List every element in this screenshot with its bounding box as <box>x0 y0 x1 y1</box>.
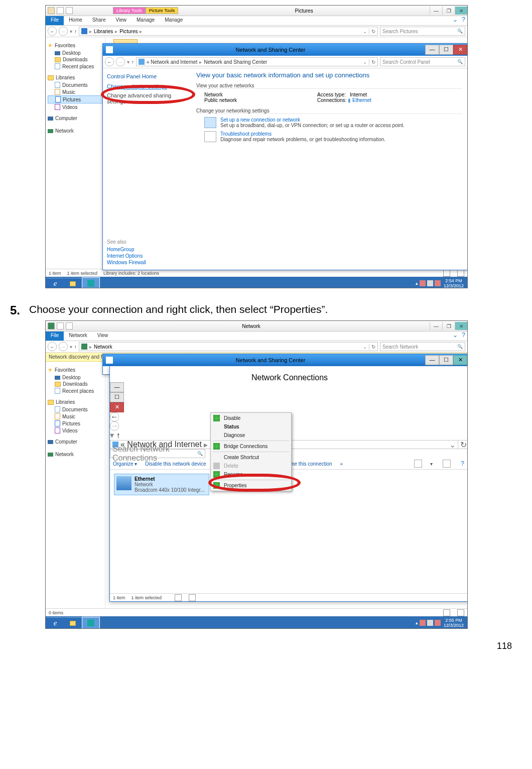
nav-item-documents[interactable]: Documents <box>48 406 103 413</box>
breadcrumb[interactable]: Libraries <box>94 29 113 34</box>
nav-group-libraries[interactable]: Libraries <box>48 75 103 80</box>
close-button[interactable]: ✕ <box>453 355 467 365</box>
close-button[interactable]: ✕ <box>455 322 467 330</box>
nav-item-pictures[interactable]: Pictures <box>48 95 103 103</box>
maximize-button[interactable]: ❐ <box>442 322 455 330</box>
nav-item-downloads[interactable]: Downloads <box>48 56 103 63</box>
ribbon-tab[interactable]: Home <box>64 16 87 25</box>
refresh-icon[interactable]: ↻ <box>369 344 375 350</box>
back-button[interactable]: ← <box>105 57 114 66</box>
close-button[interactable]: ✕ <box>453 45 467 55</box>
clock[interactable]: 2:55 PM 12/3/2012 <box>442 617 465 628</box>
network-tray-icon[interactable] <box>427 620 433 626</box>
dropdown-icon[interactable]: ▾ <box>430 461 433 467</box>
ribbon-tab[interactable]: Network <box>64 332 92 341</box>
ctx-bridge[interactable]: Bridge Connections <box>211 442 291 451</box>
close-button[interactable]: ✕ <box>455 7 467 15</box>
up-button[interactable]: ↑ <box>116 431 120 440</box>
history-dropdown-icon[interactable]: ▾ <box>70 344 72 350</box>
dropdown-icon[interactable]: ⌄ <box>449 440 456 450</box>
cp-home-link[interactable]: Control Panel Home <box>107 73 187 79</box>
ctx-rename[interactable]: Rename <box>211 470 291 479</box>
flag-icon[interactable] <box>420 620 426 626</box>
nav-group-network[interactable]: Network <box>48 452 103 457</box>
ctx-diagnose[interactable]: Diagnose <box>211 431 291 440</box>
ribbon-tab-file[interactable]: File <box>46 16 64 25</box>
taskbar-explorer-button[interactable] <box>64 617 81 629</box>
breadcrumb[interactable]: Network and Sharing Center <box>204 59 267 65</box>
thumbnails-view-icon[interactable] <box>457 270 464 277</box>
history-dropdown-icon[interactable]: ▾ <box>70 29 72 34</box>
forward-button[interactable]: → <box>59 342 68 351</box>
show-hidden-icon[interactable]: ▴ <box>416 620 418 625</box>
nav-item-downloads[interactable]: Downloads <box>48 381 103 387</box>
view-options-icon[interactable] <box>414 460 422 468</box>
ribbon-tab-file[interactable]: File <box>46 332 64 341</box>
nav-item-videos[interactable]: Videos <box>48 103 103 111</box>
nav-group-favorites[interactable]: ★Favorites <box>48 42 103 49</box>
ribbon-tab[interactable]: Manage <box>131 16 160 25</box>
dropdown-icon[interactable]: ⌄ <box>363 59 367 65</box>
nav-item-desktop[interactable]: Desktop <box>48 374 103 381</box>
chevron-down-icon[interactable]: ⌄ <box>453 16 458 25</box>
task-troubleshoot[interactable]: Troubleshoot problems Diagnose and repai… <box>204 131 462 142</box>
maximize-button[interactable]: ☐ <box>439 45 453 55</box>
qat-icon[interactable] <box>66 322 73 329</box>
up-button[interactable]: ↑ <box>74 344 77 350</box>
thumbnails-view-icon[interactable] <box>457 609 464 616</box>
disable-device-button[interactable]: Disable this network device <box>145 461 206 467</box>
taskbar-explorer-button[interactable] <box>64 278 81 289</box>
details-view-icon[interactable] <box>443 270 450 277</box>
refresh-icon[interactable]: ↻ <box>458 440 467 450</box>
overflow-button[interactable]: » <box>340 461 343 467</box>
thumbnails-view-icon[interactable] <box>189 594 196 601</box>
taskbar-control-panel-button[interactable] <box>82 277 100 288</box>
new-folder-icon[interactable] <box>66 7 73 14</box>
refresh-icon[interactable]: ↻ <box>369 29 375 34</box>
see-also-firewall[interactable]: Windows Firewall <box>107 260 146 265</box>
breadcrumb[interactable]: Pictures <box>119 29 138 34</box>
contextual-tab-picture[interactable]: Picture Tools <box>146 7 178 14</box>
maximize-button[interactable]: ☐ <box>110 392 124 402</box>
back-button[interactable]: ← <box>48 27 57 36</box>
ribbon-tab[interactable]: Manage <box>160 16 188 25</box>
nav-group-libraries[interactable]: Libraries <box>48 399 103 405</box>
properties-icon[interactable] <box>57 7 64 14</box>
taskbar-ie-button[interactable]: e <box>47 617 64 629</box>
flag-icon[interactable] <box>420 280 426 286</box>
details-view-icon[interactable] <box>443 609 450 616</box>
contextual-tab-library[interactable]: Library Tools <box>113 7 146 14</box>
nav-group-computer[interactable]: Computer <box>48 116 103 121</box>
properties-icon[interactable] <box>57 322 64 329</box>
close-button[interactable]: ✕ <box>110 402 124 412</box>
minimize-button[interactable]: — <box>110 382 124 392</box>
maximize-button[interactable]: ☐ <box>439 355 453 365</box>
nav-item-pictures[interactable]: Pictures <box>48 420 103 427</box>
ctx-create-shortcut[interactable]: Create Shortcut <box>211 453 291 462</box>
change-adapter-settings-link[interactable]: Change adapter settings <box>107 83 187 89</box>
search-input[interactable]: Search Control Panel 🔍 <box>380 57 465 66</box>
task-setup-connection[interactable]: Set up a new connection or network Set u… <box>204 117 462 128</box>
see-also-internet-options[interactable]: Internet Options <box>107 253 146 259</box>
dropdown-icon[interactable]: ⌄ <box>363 344 367 350</box>
taskbar-ie-button[interactable]: e <box>47 278 64 289</box>
show-hidden-icon[interactable]: ▴ <box>416 281 418 286</box>
help-icon[interactable]: ? <box>462 332 465 341</box>
back-button[interactable]: ← <box>110 412 119 421</box>
nav-group-network[interactable]: Network <box>48 128 103 134</box>
history-dropdown-icon[interactable]: ▾ <box>110 431 114 440</box>
volume-icon[interactable] <box>435 280 441 286</box>
search-input[interactable]: Search Network Connections 🔍 <box>110 449 205 458</box>
change-advanced-sharing-link[interactable]: Change advanced sharing settings <box>107 92 187 104</box>
ctx-status[interactable]: Status <box>211 422 291 431</box>
ribbon-tab[interactable]: Share <box>87 16 111 25</box>
ctx-disable[interactable]: Disable <box>211 414 291 422</box>
details-view-icon[interactable] <box>175 594 182 601</box>
nav-item-documents[interactable]: Documents <box>48 81 103 88</box>
nav-group-favorites[interactable]: ★Favorites <box>48 367 103 373</box>
ctx-properties[interactable]: Properties <box>211 481 291 490</box>
preview-pane-icon[interactable] <box>443 460 451 468</box>
search-input[interactable]: Search Pictures 🔍 <box>380 27 465 36</box>
network-tray-icon[interactable] <box>427 280 433 286</box>
see-also-homegroup[interactable]: HomeGroup <box>107 247 146 252</box>
